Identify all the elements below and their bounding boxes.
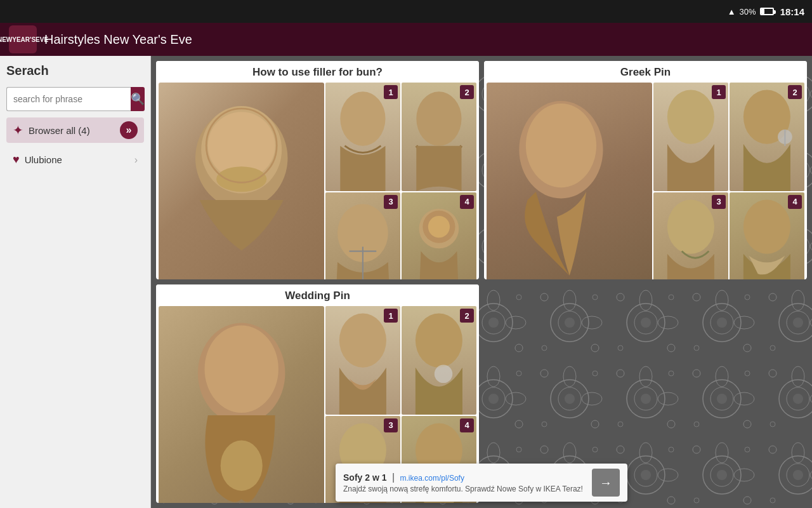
ad-separator: | [392,472,395,483]
step-bun-1: 1 [325,83,400,191]
ulubione-label: Ulubione [25,154,129,165]
svg-point-29 [667,199,714,253]
step-greek-2: 2 [730,83,804,191]
step-wedding-number-2: 2 [460,309,474,323]
card-bun-title: How to use filler for bun? [156,61,479,83]
ad-title-line: Sofy 2 w 1 | m.ikea.com/pl/Sofy [343,472,586,483]
ad-link[interactable]: m.ikea.com/pl/Sofy [400,474,464,483]
step-wedding-2: 2 [402,306,476,415]
step-bun-number-2: 2 [460,85,474,99]
search-row: 🔍 [6,87,144,111]
time-display: 18:14 [780,6,804,17]
step-greek-1: 1 [653,83,728,191]
svg-point-15 [341,91,386,145]
search-button[interactable]: 🔍 [131,87,145,111]
svg-point-24 [526,104,596,187]
card-wedding-title: Wedding Pin [156,284,479,306]
browse-arrow-icon: » [120,121,138,139]
svg-point-32 [205,325,278,413]
step-bun-3: 3 [325,192,400,279]
search-input[interactable] [6,87,131,111]
step-wedding-number-4: 4 [460,418,474,432]
step-bun-number-3: 3 [384,195,398,209]
step-greek-number-2: 2 [788,85,802,99]
svg-point-13 [216,166,266,192]
star-icon: ✦ [13,123,23,138]
card-greek-title: Greek Pin [484,61,807,83]
svg-point-35 [416,313,462,367]
card-bun-main-image [159,83,324,279]
card-greek-body: 1 2 [484,83,807,279]
card-greek-main-image [487,83,652,279]
svg-point-22 [428,216,450,237]
ulubione-row[interactable]: ♥ Ulubione › [6,149,144,170]
card-bun-steps: 1 2 [325,83,476,279]
step-wedding-1: 1 [325,306,400,415]
card-wedding-main-image [159,306,324,503]
browse-all-label: Browser all (4) [29,125,115,136]
sidebar: Serach 🔍 ✦ Browser all (4) » ♥ Ulubione … [0,56,151,508]
step-greek-4: 4 [730,192,804,279]
svg-point-30 [743,199,790,253]
app-logo: NEW YEAR'S EVE [9,25,37,53]
step-bun-4: 4 [402,192,476,279]
step-wedding-number-3: 3 [384,418,398,432]
content-area: How to use filler for bun? [151,56,812,508]
svg-point-34 [339,313,386,367]
card-greek[interactable]: Greek Pin [484,61,807,279]
ad-arrow-icon: → [599,476,612,490]
cards-container: How to use filler for bun? [151,56,812,508]
step-bun-number-1: 1 [384,85,398,99]
card-greek-steps: 1 2 [653,83,804,279]
ad-arrow-button[interactable]: → [592,469,620,497]
main-layout: Serach 🔍 ✦ Browser all (4) » ♥ Ulubione … [0,56,812,508]
battery-percent: 30% [740,7,756,17]
step-bun-2: 2 [402,83,476,191]
status-bar: ▲ 30% 18:14 [0,0,812,23]
step-greek-number-1: 1 [712,85,726,99]
svg-point-33 [221,441,263,491]
battery-icon [760,8,774,15]
ad-description: Znajdź swoją nową strefę komfortu. Spraw… [343,485,586,493]
svg-point-36 [435,365,452,383]
search-icon: 🔍 [131,92,145,106]
heart-icon: ♥ [13,153,20,166]
card-bun[interactable]: How to use filler for bun? [156,61,479,279]
wifi-icon: ▲ [728,7,736,17]
ad-banner: Sofy 2 w 1 | m.ikea.com/pl/Sofy Znajdź s… [336,464,627,502]
step-greek-number-4: 4 [788,195,802,209]
ad-text: Sofy 2 w 1 | m.ikea.com/pl/Sofy Znajdź s… [343,472,586,493]
svg-point-25 [667,90,714,144]
app-title: Hairstyles New Year's Eve [44,32,192,47]
status-icons: ▲ 30% 18:14 [728,6,804,17]
search-section-title: Serach [6,64,144,78]
browse-all-row[interactable]: ✦ Browser all (4) » [6,117,144,143]
card-bun-body: 1 2 [156,83,479,279]
ulubione-arrow-icon: › [134,154,138,166]
step-wedding-number-1: 1 [384,309,398,323]
step-greek-3: 3 [653,192,728,279]
step-bun-number-4: 4 [460,195,474,209]
app-bar: NEW YEAR'S EVE Hairstyles New Year's Eve [0,23,812,56]
ad-product-name: Sofy 2 w 1 [343,472,386,483]
step-greek-number-3: 3 [712,195,726,209]
svg-point-16 [416,91,461,145]
